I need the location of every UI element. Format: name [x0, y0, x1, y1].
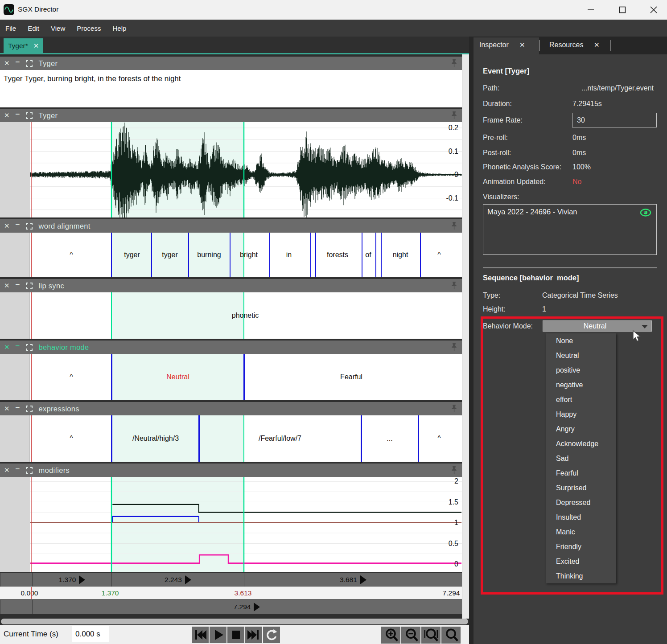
dropdown-option-depressed[interactable]: Depressed: [546, 495, 616, 510]
timeline-ruler[interactable]: 0.0001.3703.6137.294: [0, 587, 462, 599]
minimize-track-icon[interactable]: −: [16, 465, 20, 474]
dropdown-option-none[interactable]: None: [546, 333, 616, 348]
dropdown-option-fearful[interactable]: Fearful: [546, 466, 616, 480]
minimize-track-icon[interactable]: −: [16, 342, 20, 351]
dropdown-selected-value: Neutral: [584, 322, 607, 330]
dropdown-option-angry[interactable]: Angry: [546, 422, 616, 436]
close-track-icon[interactable]: ✕: [4, 466, 10, 474]
dropdown-option-surprised[interactable]: Surprised: [546, 480, 616, 495]
close-track-icon[interactable]: ✕: [4, 111, 10, 119]
expand-track-icon[interactable]: [26, 344, 33, 351]
segment-cell[interactable]: 3.681: [244, 573, 462, 587]
visualizers-list[interactable]: Maya 2022 - 24696 - Vivian: [483, 204, 657, 255]
menu-item-help[interactable]: Help: [111, 23, 128, 34]
dropdown-option-excited[interactable]: Excited: [546, 554, 616, 569]
timeline-segment-row[interactable]: 1.3702.2433.681: [0, 573, 462, 587]
expand-track-icon[interactable]: [26, 283, 33, 289]
loop-button[interactable]: [263, 627, 280, 643]
pin-icon[interactable]: [451, 466, 457, 475]
minimize-button[interactable]: [581, 0, 601, 20]
dropdown-option-effort[interactable]: effort: [546, 392, 616, 407]
visibility-eye-icon[interactable]: [639, 208, 652, 217]
skip-end-button[interactable]: [245, 627, 262, 643]
word-boundary-line: [243, 354, 245, 400]
tab-close-icon[interactable]: ✕: [33, 42, 39, 50]
menu-item-view[interactable]: View: [49, 23, 67, 34]
close-track-icon[interactable]: ✕: [4, 222, 10, 230]
minimize-track-icon[interactable]: −: [16, 280, 20, 289]
dropdown-option-neutral[interactable]: Neutral: [546, 348, 616, 363]
field-value: 1: [542, 305, 546, 313]
menu-item-file[interactable]: File: [4, 23, 18, 34]
zoom-fit-button[interactable]: [421, 627, 441, 644]
close-track-icon[interactable]: ✕: [4, 343, 10, 351]
modifiers-plot[interactable]: [0, 477, 462, 572]
frame-rate-input[interactable]: 30: [572, 113, 657, 127]
skip-start-button[interactable]: [192, 627, 209, 643]
y-axis-tick: 1.5: [449, 498, 458, 506]
play-button[interactable]: [210, 627, 226, 643]
minimize-track-icon[interactable]: −: [16, 110, 20, 119]
current-time-field[interactable]: 0.000 s: [72, 626, 109, 642]
expand-track-icon[interactable]: [26, 60, 33, 67]
close-track-icon[interactable]: ✕: [4, 282, 10, 290]
dropdown-option-friendly[interactable]: Friendly: [546, 539, 616, 554]
track-content-modifiers[interactable]: 21.510.50: [0, 477, 462, 572]
zoom-in-button[interactable]: [381, 627, 400, 644]
track-content-lipsync[interactable]: phonetic: [0, 292, 462, 339]
panel-divider[interactable]: [469, 37, 473, 644]
track-content-behavior[interactable]: ^NeutralFearful: [0, 354, 462, 400]
tab-inspector-close-icon[interactable]: ✕: [519, 41, 525, 49]
dropdown-option-sad[interactable]: Sad: [546, 451, 616, 466]
dropdown-option-acknowledge[interactable]: Acknowledge: [546, 436, 616, 451]
vertical-scrollbar[interactable]: [462, 54, 469, 619]
minimize-track-icon[interactable]: −: [16, 58, 20, 67]
menu-item-edit[interactable]: Edit: [26, 23, 41, 34]
segment-cell[interactable]: 1.370: [32, 573, 111, 587]
pin-icon[interactable]: [451, 343, 457, 352]
track-title: behavior mode: [39, 343, 89, 352]
behavior-mode-label: Behavior Mode:: [483, 322, 533, 330]
pin-icon[interactable]: [451, 59, 457, 68]
waveform-plot[interactable]: [0, 122, 462, 217]
pin-icon[interactable]: [451, 404, 457, 413]
dropdown-option-negative[interactable]: negative: [546, 377, 616, 392]
close-track-icon[interactable]: ✕: [4, 405, 10, 413]
dropdown-option-insulted[interactable]: Insulted: [546, 510, 616, 525]
dropdown-option-happy[interactable]: Happy: [546, 407, 616, 422]
zoom-out-button[interactable]: [401, 627, 420, 644]
track-gutter: [0, 233, 30, 277]
track-content-waveform[interactable]: 0.20.10-0.1: [0, 122, 462, 217]
horizontal-scrollbar[interactable]: [1, 619, 468, 624]
overview-range-bar[interactable]: 7.294: [32, 600, 461, 614]
track-content-text[interactable]: Tyger Tyger, burning bright, in the fore…: [0, 70, 462, 107]
expand-track-icon[interactable]: [26, 112, 33, 119]
tab-resources-close-icon[interactable]: ✕: [594, 41, 600, 49]
dropdown-option-positive[interactable]: positive: [546, 363, 616, 377]
visualizer-item[interactable]: Maya 2022 - 24696 - Vivian: [487, 208, 577, 216]
expand-track-icon[interactable]: [26, 223, 33, 230]
zoom-select-button[interactable]: [441, 627, 461, 644]
segment-cell[interactable]: 2.243: [111, 573, 244, 587]
track-content-words[interactable]: ^tygertygerburningbrightinforestsofnight…: [0, 233, 462, 277]
timeline-overview-row[interactable]: 7.294: [0, 600, 462, 614]
close-button[interactable]: [643, 0, 664, 20]
dropdown-option-manic[interactable]: Manic: [546, 525, 616, 539]
tab-inspector-label[interactable]: Inspector: [479, 41, 509, 49]
tab-resources-label[interactable]: Resources: [549, 41, 583, 49]
track-content-expressions[interactable]: ^/Neutral/high/3/Fearful/low/7...^: [0, 415, 462, 462]
minimize-track-icon[interactable]: −: [16, 403, 20, 412]
segment-label: ^: [437, 435, 441, 443]
pin-icon[interactable]: [451, 222, 457, 230]
pin-icon[interactable]: [451, 281, 457, 290]
maximize-button[interactable]: [612, 0, 633, 20]
stop-button[interactable]: [227, 627, 244, 643]
dropdown-option-thinking[interactable]: Thinking: [546, 569, 616, 583]
expand-track-icon[interactable]: [26, 406, 33, 412]
expand-track-icon[interactable]: [26, 467, 33, 474]
pin-icon[interactable]: [451, 111, 457, 120]
tab-tyger[interactable]: Tyger* ✕: [4, 38, 43, 53]
close-track-icon[interactable]: ✕: [4, 59, 10, 67]
minimize-track-icon[interactable]: −: [16, 221, 20, 230]
menu-item-process[interactable]: Process: [75, 23, 103, 34]
